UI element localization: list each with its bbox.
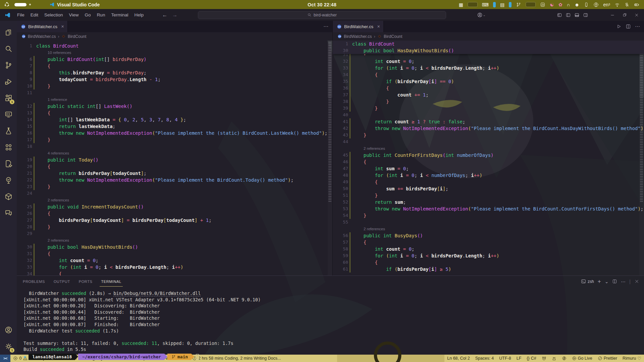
codelens-label[interactable]: 10 references	[36, 49, 332, 56]
code-editor-right[interactable]: 1class BirdCount30 public bool HasDayWit…	[333, 41, 644, 276]
menu-run[interactable]: Run	[94, 11, 108, 19]
code-text[interactable]: {	[352, 71, 644, 78]
code-text[interactable]: int sum = 0;	[352, 165, 644, 172]
load-graph-box-2[interactable]	[526, 2, 536, 7]
battery-icon[interactable]	[634, 2, 639, 7]
menu-help[interactable]: Help	[131, 11, 147, 19]
code-text[interactable]: {	[36, 163, 332, 170]
code-text[interactable]: }	[36, 136, 332, 143]
code-text[interactable]: }	[352, 192, 644, 199]
minimap[interactable]	[639, 41, 644, 276]
minimize-icon[interactable]	[610, 13, 615, 17]
panel-tab-terminal[interactable]: TERMINAL	[100, 277, 122, 287]
code-text[interactable]: int count = 0;	[36, 257, 332, 264]
breadcrumb-symbol[interactable]: BirdCount	[68, 34, 87, 39]
code-text[interactable]: return birdsPerDay[todayCount];	[36, 170, 332, 177]
code-text[interactable]: public bool HasDayWithoutBirds()	[352, 47, 644, 54]
code-text[interactable]: throw new NotImplementedException("Pleas…	[352, 205, 644, 212]
code-text[interactable]: for (int i = 0; i < numberOfDays; i++)	[352, 172, 644, 179]
code-editor-left[interactable]: 1class BirdCount10 references6 public Bi…	[17, 41, 332, 276]
codelens-label[interactable]: 2 references	[352, 226, 644, 232]
code-text[interactable]: class BirdCount	[352, 41, 644, 47]
solution-explorer-icon[interactable]	[0, 156, 17, 172]
breadcrumb-file[interactable]: BirdWatcher.cs	[28, 34, 56, 39]
code-text[interactable]: sum += birdsPerDay[i];	[352, 185, 644, 192]
tab-close-icon[interactable]: ✕	[377, 24, 380, 29]
code-text[interactable]: for (int i = 0; i < birdsPerDay.Length; …	[36, 264, 332, 270]
wifi-icon[interactable]	[614, 2, 620, 7]
terminal-link[interactable]: bin/Debug/net9.0/BirdWatcher.dll	[113, 291, 201, 296]
code-text[interactable]: {	[352, 179, 644, 185]
code-text[interactable]: return sum;	[352, 199, 644, 205]
remote-indicator[interactable]: ><	[0, 355, 10, 362]
code-text[interactable]	[36, 190, 332, 197]
code-text[interactable]	[36, 230, 332, 237]
flower-indicator-icon[interactable]: ✿	[558, 2, 562, 7]
menu-edit[interactable]: Edit	[28, 11, 41, 19]
new-terminal-button[interactable]: +	[598, 278, 601, 285]
cpu-indicator-icon[interactable]: ▦	[459, 2, 463, 7]
code-text[interactable]: return count ≥ 1 ? true : false;	[352, 118, 644, 125]
clock[interactable]: Oct 30 22:48	[308, 2, 336, 7]
breadcrumb-file[interactable]: BirdWatcher.cs	[344, 34, 372, 39]
codelens-label[interactable]: 4 references	[36, 150, 332, 157]
menu-terminal[interactable]: Terminal	[108, 11, 131, 19]
code-text[interactable]: {	[36, 63, 332, 69]
settings-gear-icon[interactable]: 1	[0, 338, 17, 355]
code-text[interactable]: return lastWeekData;	[36, 123, 332, 130]
toggle-panel-icon[interactable]	[574, 12, 580, 18]
run-file-icon[interactable]	[616, 24, 622, 29]
project-manager-icon[interactable]	[0, 139, 17, 156]
restore-icon[interactable]	[623, 13, 627, 17]
yin-yang-indicator-icon[interactable]: ☯	[550, 2, 554, 7]
terminal[interactable]: BirdWatcher succeeded (2.8s) → bin/Debug…	[17, 287, 644, 360]
menu-go[interactable]: Go	[82, 11, 94, 19]
codelens-label[interactable]: 2 references	[36, 197, 332, 203]
close-panel-icon[interactable]	[634, 279, 639, 284]
code-text[interactable]: for (int i = 0; i < birdsPerDay.Length; …	[352, 65, 644, 71]
level-indicator-bar-2[interactable]	[509, 2, 512, 7]
updates-indicator-icon[interactable]: ▤	[500, 2, 504, 7]
arch-indicator-icon[interactable]: ∩	[567, 2, 570, 7]
more-actions-icon[interactable]: ⋯	[621, 279, 626, 284]
code-text[interactable]: {	[352, 159, 644, 165]
more-actions-icon[interactable]: ⋯	[323, 23, 328, 29]
package-explorer-icon[interactable]	[0, 188, 17, 205]
source-control-icon[interactable]	[0, 57, 17, 73]
sticky-scroll[interactable]: 1class BirdCount30 public bool HasDayWit…	[333, 41, 644, 54]
panel-tab-problems[interactable]: PROBLEMS	[21, 277, 46, 287]
code-text[interactable]: public int CountForFirstDays(int numberO…	[352, 152, 644, 159]
code-text[interactable]: public bool HasDayWithoutBirds()	[36, 244, 332, 250]
code-text[interactable]: this.birdsPerDay = birdsPerDay;	[36, 69, 332, 76]
code-text[interactable]: }	[36, 183, 332, 190]
code-text[interactable]	[352, 138, 644, 145]
code-text[interactable]: }	[36, 224, 332, 230]
tab-close-icon[interactable]: ✕	[61, 24, 64, 29]
split-editor-icon[interactable]	[626, 24, 631, 29]
code-text[interactable]: {	[36, 250, 332, 257]
code-text[interactable]: public int BusyDays()	[352, 232, 644, 239]
code-text[interactable]: public int Today()	[36, 157, 332, 163]
code-text[interactable]: {	[352, 239, 644, 246]
menu-file[interactable]: File	[14, 11, 28, 19]
extensions-icon[interactable]: 1	[0, 90, 17, 106]
chart-indicator-icon[interactable]	[540, 2, 545, 7]
code-text[interactable]: for (int i = 0; i < birdsPerDay.Length; …	[352, 252, 644, 259]
code-text[interactable]: public void IncrementTodaysCount()	[36, 203, 332, 210]
code-text[interactable]: }	[352, 98, 644, 105]
code-text[interactable]: class BirdCount	[36, 43, 332, 49]
code-text[interactable]: {	[352, 259, 644, 266]
customize-layout-icon[interactable]	[557, 12, 562, 18]
code-text[interactable]	[36, 143, 332, 150]
code-text[interactable]: {	[36, 210, 332, 217]
code-text[interactable]: public static int[] LastWeek()	[36, 103, 332, 110]
code-text[interactable]: birdsPerDay[todayCount] = birdsPerDay[to…	[36, 217, 332, 224]
code-text[interactable]: int count = 0;	[352, 246, 644, 252]
code-text[interactable]: throw new NotImplementedException("Pleas…	[36, 177, 332, 183]
terminal-dropdown-icon[interactable]: ⌄	[605, 279, 609, 284]
account-button[interactable]: ⌄	[477, 12, 486, 18]
panel-tab-ports[interactable]: PORTS	[77, 277, 94, 287]
explorer-icon[interactable]	[0, 24, 17, 41]
keyboard-indicator-icon[interactable]: ⌨	[482, 2, 489, 7]
code-text[interactable]: if (birdsPerDay[i] ≥ 5)	[352, 266, 644, 273]
